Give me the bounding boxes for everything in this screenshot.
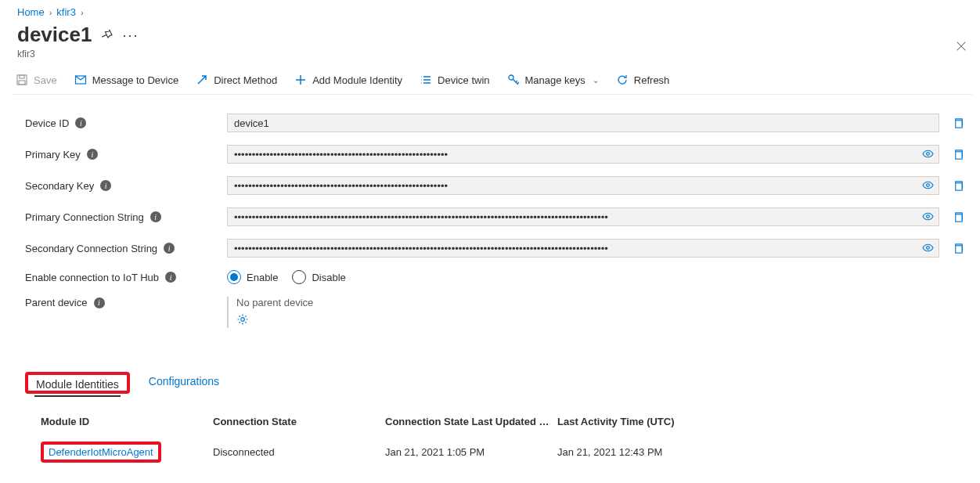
tab-module-identities[interactable]: Module Identities (34, 378, 121, 397)
set-parent-button[interactable] (236, 313, 966, 328)
show-primary-conn-button[interactable] (922, 211, 934, 225)
refresh-label: Refresh (634, 74, 670, 86)
more-icon[interactable]: ··· (122, 31, 139, 39)
add-module-label: Add Module Identity (312, 74, 402, 86)
primary-conn-input[interactable] (227, 207, 939, 226)
secondary-conn-label: Secondary Connection String (25, 243, 157, 254)
svg-point-8 (927, 184, 930, 187)
info-icon[interactable]: i (87, 149, 98, 160)
table-header: Module ID Connection State Connection St… (41, 409, 957, 434)
enable-conn-label: Enable connection to IoT Hub (25, 272, 159, 283)
save-button: Save (16, 74, 57, 86)
copy-secondary-key-button[interactable] (950, 180, 966, 192)
info-icon[interactable]: i (165, 272, 176, 283)
parent-device-block: No parent device (227, 297, 966, 328)
secondary-key-label: Secondary Key (25, 180, 94, 192)
page-title: device1 (17, 23, 92, 47)
info-icon[interactable]: i (100, 180, 111, 191)
info-icon[interactable]: i (164, 243, 175, 254)
cell-conn-state: Disconnected (213, 446, 385, 458)
highlight-module-identities: Module Identities (25, 372, 130, 394)
direct-method-button[interactable]: Direct Method (196, 74, 277, 86)
copy-primary-conn-button[interactable] (950, 211, 966, 223)
breadcrumb-hub[interactable]: kfir3 (56, 6, 76, 18)
message-label: Message to Device (92, 74, 179, 86)
svg-rect-9 (955, 182, 961, 189)
enable-radio[interactable]: Enable (227, 270, 278, 284)
disable-radio-label: Disable (312, 272, 345, 283)
module-id-link[interactable]: DefenderIotMicroAgent (49, 446, 153, 458)
manage-keys-button[interactable]: Manage keys ⌄ (507, 74, 599, 86)
col-conn-updated: Connection State Last Updated … (385, 416, 557, 427)
table-row[interactable]: DefenderIotMicroAgent Disconnected Jan 2… (41, 434, 957, 470)
direct-method-icon (196, 74, 208, 86)
device-id-input[interactable] (227, 114, 939, 132)
svg-rect-1 (20, 75, 24, 78)
cell-conn-updated: Jan 21, 2021 1:05 PM (385, 446, 557, 458)
primary-conn-label: Primary Connection String (25, 211, 144, 223)
message-to-device-button[interactable]: Message to Device (74, 74, 179, 86)
key-icon (507, 74, 520, 86)
chevron-right-icon: › (49, 8, 52, 17)
disable-radio[interactable]: Disable (292, 270, 345, 284)
highlight-module-link: DefenderIotMicroAgent (41, 442, 161, 463)
col-module-id: Module ID (41, 416, 213, 427)
show-secondary-conn-button[interactable] (922, 242, 934, 256)
tab-configurations[interactable]: Configurations (147, 375, 221, 394)
refresh-icon (616, 74, 629, 86)
copy-secondary-conn-button[interactable] (950, 243, 966, 254)
plus-icon (294, 74, 307, 86)
svg-rect-7 (955, 151, 961, 158)
pin-icon[interactable] (101, 28, 113, 42)
svg-point-6 (927, 153, 930, 156)
device-twin-button[interactable]: Device twin (420, 74, 489, 86)
col-conn-state: Connection State (213, 416, 385, 427)
svg-point-12 (927, 247, 930, 250)
no-parent-text: No parent device (236, 297, 966, 308)
col-last-activity: Last Activity Time (UTC) (557, 416, 730, 427)
page-subtitle: kfir3 (17, 49, 972, 59)
svg-point-10 (927, 215, 930, 218)
svg-rect-2 (19, 81, 25, 85)
primary-key-label: Primary Key (25, 149, 81, 160)
svg-rect-13 (955, 245, 961, 252)
breadcrumb-home[interactable]: Home (17, 6, 45, 18)
direct-label: Direct Method (214, 74, 277, 86)
refresh-button[interactable]: Refresh (616, 74, 670, 86)
breadcrumb: Home › kfir3 › (13, 5, 972, 23)
device-id-label: Device ID (25, 117, 69, 129)
close-button[interactable] (950, 35, 972, 57)
info-icon[interactable]: i (94, 297, 105, 308)
secondary-conn-input[interactable] (227, 239, 939, 258)
show-secondary-key-button[interactable] (922, 179, 934, 193)
list-icon (420, 74, 432, 86)
keys-label: Manage keys (525, 74, 585, 86)
info-icon[interactable]: i (75, 117, 86, 128)
svg-rect-5 (955, 120, 961, 127)
save-label: Save (34, 74, 57, 86)
copy-primary-key-button[interactable] (950, 149, 966, 160)
device-fields: Device IDi Primary Keyi Secondary Keyi P… (13, 95, 972, 344)
twin-label: Device twin (438, 74, 489, 86)
chevron-right-icon: › (81, 8, 84, 17)
enable-radio-label: Enable (247, 272, 278, 283)
save-icon (16, 74, 28, 86)
svg-point-14 (241, 318, 245, 322)
mail-icon (74, 74, 87, 86)
modules-table: Module ID Connection State Connection St… (41, 409, 957, 470)
cell-last-activity: Jan 21, 2021 12:43 PM (557, 446, 730, 458)
parent-device-label: Parent device (25, 297, 88, 308)
primary-key-input[interactable] (227, 145, 939, 164)
add-module-button[interactable]: Add Module Identity (294, 74, 402, 86)
copy-device-id-button[interactable] (950, 117, 966, 129)
info-icon[interactable]: i (150, 211, 161, 222)
show-primary-key-button[interactable] (922, 148, 934, 162)
secondary-key-input[interactable] (227, 176, 939, 195)
page-header: device1 ··· kfir3 (13, 23, 972, 61)
tabs-area: Module Identities Configurations Module … (13, 344, 972, 470)
svg-rect-11 (955, 214, 961, 221)
chevron-down-icon: ⌄ (593, 76, 599, 85)
command-bar: Save Message to Device Direct Method Add… (13, 66, 972, 95)
